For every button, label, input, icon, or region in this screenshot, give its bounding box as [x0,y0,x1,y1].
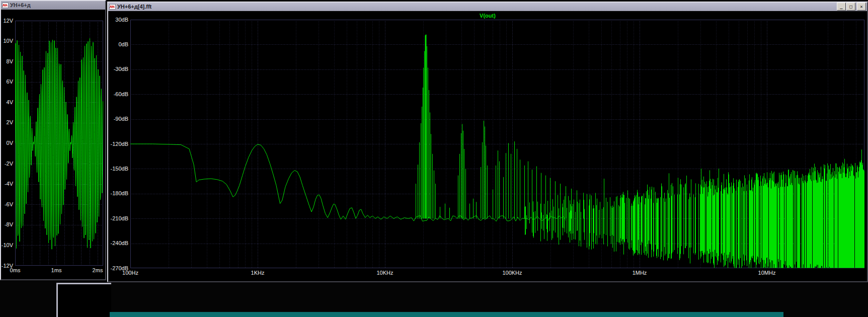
y-tick-label: -6V [1,202,13,207]
time-plot-area[interactable]: 12V10V8V6V4V2V0V-2V-4V-6V-8V-10V-12V0ms1… [1,10,105,279]
y-tick-label: 4V [1,100,13,105]
close-button[interactable]: ✕ [857,3,866,11]
x-tick-label: 0ms [10,268,21,273]
window-title: УН+6+д [10,2,31,8]
y-tick-label: -120dB [108,141,128,147]
y-tick-label: 0dB [108,42,128,47]
x-tick-label: 10KHz [376,270,393,276]
y-tick-label: -2V [1,161,13,167]
waveform-icon [109,4,116,10]
y-tick-label: -10V [1,243,13,248]
y-tick-label: 30dB [108,17,128,23]
fft-trace-title[interactable]: V(out) [108,13,867,19]
y-tick-label: 2V [1,120,13,125]
x-tick-label: 2ms [93,268,103,273]
window-title: УН+6+д[4].fft [117,4,151,10]
y-tick-label: -240dB [108,241,128,246]
y-tick-label: -4V [1,181,13,187]
y-tick-label: -180dB [108,191,128,196]
fft-titlebar[interactable]: УН+6+д[4].fft _ □ ✕ [108,3,867,11]
time-domain-window[interactable]: УН+6+д 12V10V8V6V4V2V0V-2V-4V-6V-8V-10V-… [0,0,106,280]
y-tick-label: -60dB [108,92,128,97]
fft-plot-canvas[interactable] [130,20,864,268]
y-tick-label: 0V [1,140,13,146]
x-tick-label: 100Hz [122,270,138,276]
y-tick-label: -8V [1,222,13,227]
y-tick-label: -90dB [108,116,128,122]
x-tick-label: 100KHz [502,270,522,276]
time-plot-canvas[interactable] [15,21,103,266]
y-tick-label: 12V [1,18,13,24]
y-tick-label: -210dB [108,216,128,221]
time-domain-titlebar[interactable]: УН+6+д [1,1,105,9]
y-tick-label: 10V [1,38,13,44]
minimize-button[interactable]: _ [837,3,846,11]
fft-window[interactable]: УН+6+д[4].fft _ □ ✕ V(out) 30dB0dB-30dB-… [107,2,868,282]
y-tick-label: 6V [1,79,13,85]
desktop: УН+6+д 12V10V8V6V4V2V0V-2V-4V-6V-8V-10V-… [0,0,868,317]
maximize-button[interactable]: □ [846,3,855,11]
y-tick-label: -150dB [108,166,128,172]
y-tick-label: 8V [1,59,13,64]
window-controls: _ □ ✕ [837,3,866,11]
y-tick-label: -30dB [108,66,128,72]
background-teal-strip [110,312,783,317]
x-tick-label: 10MHz [758,270,776,276]
background-window-fragment[interactable] [56,283,111,317]
fft-plot-area[interactable]: V(out) 30dB0dB-30dB-60dB-90dB-120dB-150d… [108,11,867,281]
x-tick-label: 1MHz [633,270,647,276]
x-tick-label: 1ms [51,268,62,273]
x-tick-label: 1KHz [251,270,265,276]
waveform-icon [2,3,9,8]
